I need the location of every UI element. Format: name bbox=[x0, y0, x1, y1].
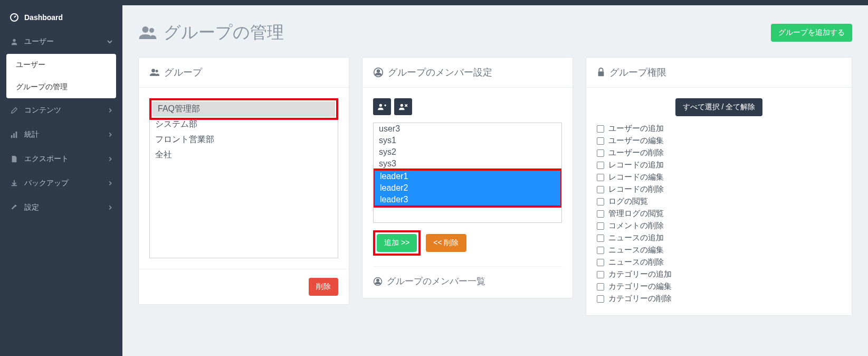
groups-card: グループ FAQ管理部 システム部 フロント営業部 全社 削除 bbox=[138, 57, 349, 305]
member-option[interactable]: sys1 bbox=[374, 135, 561, 146]
file-icon bbox=[9, 154, 19, 164]
permission-item[interactable]: 管理ログの閲覧 bbox=[597, 208, 841, 220]
user-remove-button[interactable] bbox=[394, 98, 412, 115]
member-option[interactable]: user3 bbox=[374, 123, 561, 135]
sidebar-label: 統計 bbox=[24, 130, 39, 139]
permission-item[interactable]: カテゴリーの編集 bbox=[597, 280, 841, 293]
add-member-button[interactable]: 追加 >> bbox=[377, 234, 417, 252]
permission-list: ユーザーの追加 ユーザーの編集 ユーザーの削除 レコードの追加 レコードの編集 … bbox=[597, 123, 841, 305]
sidebar-label: コンテンツ bbox=[24, 106, 61, 115]
checkbox[interactable] bbox=[597, 174, 604, 181]
sidebar-label: Dashboard bbox=[24, 13, 63, 22]
card-header: グループのメンバー設定 bbox=[363, 58, 573, 88]
svg-point-1 bbox=[13, 39, 15, 42]
member-option[interactable]: sys3 bbox=[374, 158, 561, 170]
wrench-icon bbox=[9, 203, 19, 212]
sidebar-item-export[interactable]: エクスポート bbox=[0, 147, 122, 171]
member-option[interactable]: leader3 bbox=[375, 194, 560, 205]
page-header: グループの管理 グループを追加する bbox=[138, 21, 852, 44]
svg-point-12 bbox=[400, 104, 403, 107]
permission-item[interactable]: カテゴリーの削除 bbox=[597, 293, 841, 305]
stats-icon bbox=[9, 130, 19, 139]
card-title: グループ bbox=[164, 66, 202, 79]
member-option[interactable]: sys2 bbox=[374, 146, 561, 158]
checkbox[interactable] bbox=[597, 125, 604, 133]
permission-item[interactable]: レコードの削除 bbox=[597, 183, 841, 195]
permission-item[interactable]: ニュースの削除 bbox=[597, 256, 841, 268]
page-title-text: グループの管理 bbox=[164, 21, 284, 44]
checkbox[interactable] bbox=[597, 210, 604, 218]
svg-rect-3 bbox=[13, 133, 15, 138]
highlight-box: FAQ管理部 bbox=[149, 98, 338, 120]
group-option[interactable]: 全社 bbox=[150, 147, 338, 163]
delete-group-button[interactable]: 削除 bbox=[309, 278, 338, 296]
checkbox[interactable] bbox=[597, 186, 604, 193]
available-members-select[interactable]: user3 sys1 sys2 sys3 leader1 leader2 lea… bbox=[373, 123, 562, 223]
checkbox[interactable] bbox=[597, 162, 604, 169]
checkbox[interactable] bbox=[597, 247, 604, 254]
permission-item[interactable]: カテゴリーの追加 bbox=[597, 268, 841, 280]
permission-item[interactable]: ログの閲覧 bbox=[597, 195, 841, 208]
user-add-button[interactable] bbox=[373, 98, 391, 115]
checkbox[interactable] bbox=[597, 283, 604, 291]
submenu-item-users[interactable]: ユーザー bbox=[6, 54, 116, 76]
users-group-icon bbox=[149, 67, 160, 78]
permission-item[interactable]: ユーザーの追加 bbox=[597, 123, 841, 135]
permission-item[interactable]: レコードの追加 bbox=[597, 159, 841, 171]
add-group-button[interactable]: グループを追加する bbox=[771, 24, 852, 42]
svg-point-8 bbox=[156, 70, 158, 72]
remove-member-button[interactable]: << 削除 bbox=[426, 234, 466, 252]
permission-item[interactable]: コメントの削除 bbox=[597, 220, 841, 232]
svg-point-10 bbox=[377, 70, 380, 72]
chevron-down-icon bbox=[107, 39, 113, 45]
submenu-item-group-mgmt[interactable]: グループの管理 bbox=[6, 76, 116, 98]
sidebar-label: バックアップ bbox=[24, 179, 69, 188]
member-option[interactable]: leader2 bbox=[375, 182, 560, 194]
checkbox[interactable] bbox=[597, 137, 604, 145]
sidebar-label: ユーザー bbox=[24, 37, 54, 46]
permission-item[interactable]: ユーザーの削除 bbox=[597, 147, 841, 159]
sidebar-label: エクスポート bbox=[24, 154, 69, 164]
sidebar-item-contents[interactable]: コンテンツ bbox=[0, 98, 122, 123]
download-icon bbox=[9, 179, 19, 188]
group-option[interactable]: FAQ管理部 bbox=[152, 101, 335, 117]
lock-icon bbox=[597, 68, 605, 77]
checkbox[interactable] bbox=[597, 222, 604, 230]
group-select[interactable]: システム部 フロント営業部 全社 bbox=[149, 117, 338, 258]
sidebar-item-backup[interactable]: バックアップ bbox=[0, 171, 122, 195]
user-icon bbox=[9, 37, 19, 46]
sidebar-item-users[interactable]: ユーザー bbox=[0, 30, 122, 54]
permissions-card: グループ権限 すべて選択 / 全て解除 ユーザーの追加 ユーザーの編集 ユーザー… bbox=[586, 57, 852, 316]
card-title: グループ権限 bbox=[609, 66, 666, 79]
member-option[interactable]: leader1 bbox=[375, 171, 560, 182]
sidebar-item-settings[interactable]: 設定 bbox=[0, 195, 122, 220]
sidebar: Dashboard ユーザー ユーザー グループの管理 コンテンツ bbox=[0, 5, 122, 356]
top-bar bbox=[0, 0, 868, 5]
chevron-right-icon bbox=[108, 205, 113, 210]
chevron-right-icon bbox=[108, 156, 113, 162]
card-header: グループ bbox=[139, 58, 349, 88]
edit-icon bbox=[9, 106, 19, 115]
permission-item[interactable]: ニュースの編集 bbox=[597, 244, 841, 256]
checkbox[interactable] bbox=[597, 259, 604, 266]
checkbox[interactable] bbox=[597, 198, 604, 205]
svg-point-6 bbox=[149, 28, 154, 33]
user-circle-icon bbox=[373, 277, 383, 286]
card-header: グループ権限 bbox=[586, 58, 852, 88]
select-all-button[interactable]: すべて選択 / 全て解除 bbox=[675, 98, 763, 116]
sidebar-item-dashboard[interactable]: Dashboard bbox=[0, 5, 122, 30]
checkbox[interactable] bbox=[597, 271, 604, 278]
permission-item[interactable]: ニュースの追加 bbox=[597, 232, 841, 244]
permission-item[interactable]: レコードの編集 bbox=[597, 171, 841, 183]
highlight-box: leader1 leader2 leader3 bbox=[373, 168, 562, 208]
sidebar-item-stats[interactable]: 統計 bbox=[0, 123, 122, 147]
highlight-box: 追加 >> bbox=[373, 230, 421, 256]
permission-item[interactable]: ユーザーの編集 bbox=[597, 135, 841, 147]
checkbox[interactable] bbox=[597, 235, 604, 242]
member-list-title: グループのメンバー一覧 bbox=[373, 266, 562, 287]
checkbox[interactable] bbox=[597, 295, 604, 303]
group-option[interactable]: フロント営業部 bbox=[150, 132, 338, 147]
svg-point-14 bbox=[377, 279, 379, 282]
checkbox[interactable] bbox=[597, 149, 604, 157]
users-group-icon bbox=[138, 23, 157, 42]
